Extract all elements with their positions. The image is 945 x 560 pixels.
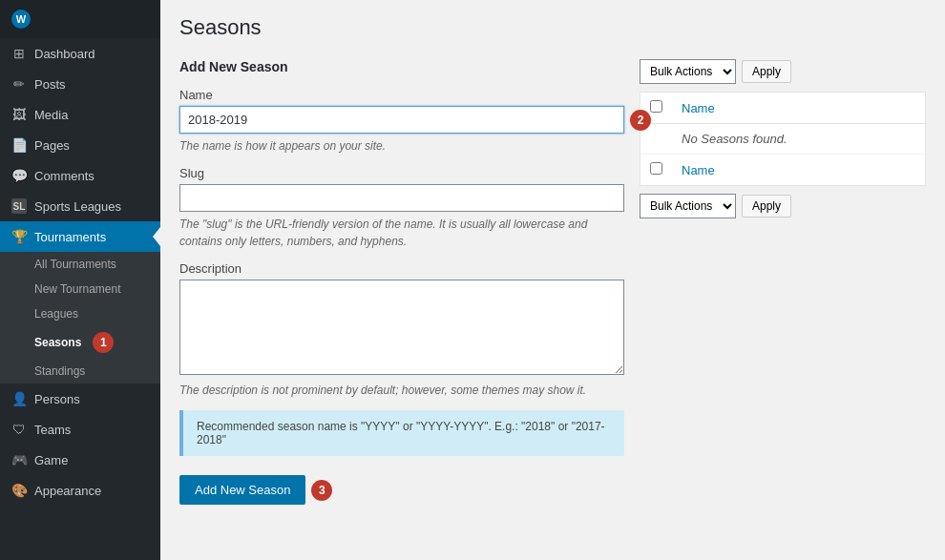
apply-button-bottom[interactable]: Apply (742, 195, 791, 218)
sidebar-item-comments[interactable]: 💬 Comments (0, 160, 160, 191)
sidebar-item-tournaments[interactable]: 🏆 Tournaments (0, 221, 160, 252)
name-column-header: Name (682, 101, 715, 115)
bulk-actions-select-bottom[interactable]: Bulk Actions (640, 194, 736, 218)
main-content: Seasons Add New Season Name 2 The name i… (160, 0, 945, 560)
sidebar-item-persons[interactable]: 👤 Persons (0, 384, 160, 414)
page-title: Seasons (179, 15, 926, 40)
slug-label: Slug (179, 166, 624, 180)
name-badge: 2 (630, 110, 651, 131)
persons-icon: 👤 (11, 391, 27, 406)
tournaments-icon: 🏆 (11, 229, 27, 244)
sidebar-label-comments: Comments (34, 169, 94, 183)
wp-logo: W (11, 10, 31, 29)
sidebar-item-sports-leagues[interactable]: SL Sports Leagues (0, 191, 160, 221)
no-data-text: No Seasons found. (672, 124, 926, 155)
sidebar-label-appearance: Appearance (34, 484, 101, 498)
sidebar-label-tournaments: Tournaments (34, 230, 106, 244)
standings-label: Standings (34, 364, 85, 378)
posts-icon: ✏ (11, 76, 27, 92)
leagues-label: Leagues (34, 307, 78, 321)
name-hint: The name is how it appears on your site. (179, 137, 624, 155)
sidebar-item-dashboard[interactable]: ⊞ Dashboard (0, 38, 160, 69)
sidebar-label-pages: Pages (34, 138, 70, 153)
name-label: Name (179, 88, 624, 102)
new-tournament-label: New Tournament (34, 282, 121, 296)
sidebar-label-sports-leagues: Sports Leagues (34, 199, 121, 214)
sidebar-item-all-tournaments[interactable]: All Tournaments (0, 252, 160, 277)
seasons-badge: 1 (93, 332, 114, 353)
sidebar-item-new-tournament[interactable]: New Tournament (0, 277, 160, 301)
media-icon: 🖼 (11, 107, 27, 122)
teams-icon: 🛡 (11, 422, 27, 437)
apply-button-top[interactable]: Apply (742, 60, 791, 83)
select-all-checkbox-top[interactable] (650, 100, 662, 113)
sidebar-label-posts: Posts (34, 77, 66, 92)
select-all-checkbox-bottom[interactable] (650, 162, 662, 175)
appearance-icon: 🎨 (11, 483, 27, 498)
main-header: Seasons (160, 0, 945, 59)
table-footer-checkbox-cell (640, 155, 673, 186)
bulk-actions-select-top[interactable]: Bulk Actions (640, 59, 736, 84)
description-label: Description (179, 261, 624, 276)
sidebar-label-dashboard: Dashboard (34, 47, 95, 61)
sidebar-label-media: Media (34, 108, 68, 122)
all-tournaments-label: All Tournaments (34, 258, 116, 271)
dashboard-icon: ⊞ (11, 46, 27, 61)
slug-hint: The "slug" is the URL-friendly version o… (179, 216, 624, 250)
bulk-actions-bottom: Bulk Actions Apply (640, 194, 926, 218)
sidebar-label-game: Game (34, 453, 68, 467)
table-panel: Bulk Actions Apply Name (640, 59, 926, 505)
sports-leagues-icon: SL (11, 198, 27, 214)
sidebar-label-persons: Persons (34, 392, 80, 406)
sidebar-item-teams[interactable]: 🛡 Teams (0, 414, 160, 445)
main-body: Add New Season Name 2 The name is how it… (160, 59, 945, 524)
name-input[interactable] (179, 106, 624, 134)
table-footer-name[interactable]: Name (672, 155, 926, 186)
sidebar-label-teams: Teams (34, 423, 71, 437)
table-header-name[interactable]: Name (672, 93, 926, 124)
add-new-season-button[interactable]: Add New Season (179, 475, 305, 505)
sidebar: W ⊞ Dashboard ✏ Posts 🖼 Media 📄 Pages 💬 … (0, 0, 160, 560)
sidebar-item-media[interactable]: 🖼 Media (0, 99, 160, 130)
name-field: Name 2 The name is how it appears on you… (179, 88, 624, 155)
no-data-row: No Seasons found. (640, 124, 926, 155)
sidebar-logo: W (0, 0, 160, 38)
form-section-title: Add New Season (179, 59, 624, 74)
sidebar-item-posts[interactable]: ✏ Posts (0, 69, 160, 99)
pages-icon: 📄 (11, 137, 27, 153)
description-hint: The description is not prominent by defa… (179, 382, 624, 399)
sidebar-item-game[interactable]: 🎮 Game (0, 445, 160, 475)
submit-badge: 3 (311, 480, 332, 501)
game-icon: 🎮 (11, 452, 27, 467)
form-panel: Add New Season Name 2 The name is how it… (179, 59, 624, 505)
comments-icon: 💬 (11, 168, 27, 183)
slug-input[interactable] (179, 184, 624, 212)
sidebar-item-leagues[interactable]: Leagues (0, 301, 160, 326)
sidebar-item-standings[interactable]: Standings (0, 359, 160, 384)
info-box: Recommended season name is "YYYY" or "YY… (179, 410, 624, 456)
sidebar-item-seasons[interactable]: Seasons 1 (0, 326, 160, 359)
description-field: Description The description is not promi… (179, 261, 624, 399)
sidebar-item-appearance[interactable]: 🎨 Appearance (0, 475, 160, 506)
description-input[interactable] (179, 280, 624, 375)
bulk-actions-top: Bulk Actions Apply (640, 59, 926, 84)
tournaments-submenu: All Tournaments New Tournament Leagues S… (0, 252, 160, 384)
slug-field: Slug The "slug" is the URL-friendly vers… (179, 166, 624, 250)
seasons-table: Name No Seasons found. Name (640, 92, 926, 186)
seasons-label: Seasons (34, 336, 81, 349)
name-column-footer: Name (682, 163, 715, 177)
sidebar-item-pages[interactable]: 📄 Pages (0, 130, 160, 160)
info-box-text: Recommended season name is "YYYY" or "YY… (197, 420, 605, 446)
